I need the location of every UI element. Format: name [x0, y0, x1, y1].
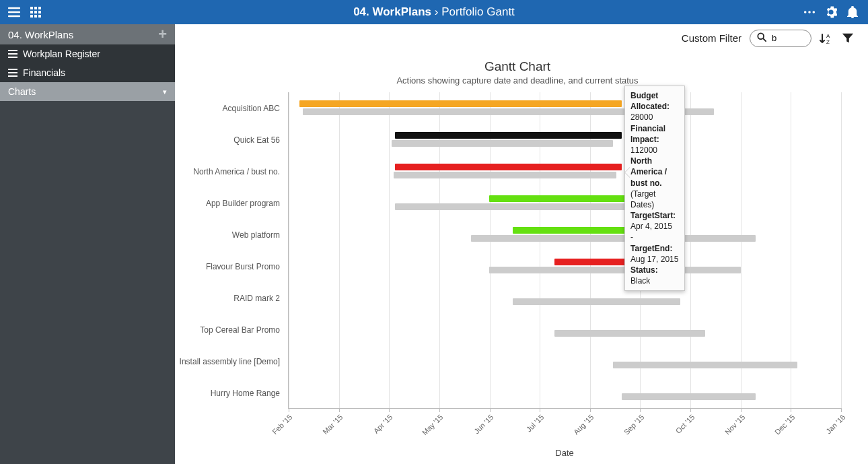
sidebar-item-financials[interactable]: Financials — [0, 63, 175, 82]
svg-text:A: A — [826, 33, 830, 39]
svg-line-13 — [764, 39, 766, 42]
tooltip-value: 28000 — [630, 112, 653, 122]
svg-rect-2 — [38, 7, 41, 9]
tooltip-value: Black — [630, 276, 650, 286]
search-input[interactable] — [770, 32, 804, 44]
gantt-target-bar[interactable] — [622, 393, 756, 400]
list-icon — [8, 50, 17, 58]
x-axis-label: Apr '15 — [372, 413, 394, 435]
x-axis-label: Nov '15 — [723, 413, 746, 436]
gantt-target-bar[interactable] — [554, 330, 705, 337]
sidebar: 04. WorkPlans + Workplan Register Financ… — [0, 24, 175, 464]
x-axis-label: Dec '15 — [773, 413, 797, 436]
svg-rect-1 — [34, 7, 37, 9]
add-icon[interactable]: + — [158, 26, 167, 43]
x-axis-title: Date — [288, 448, 841, 458]
bell-icon[interactable] — [846, 6, 859, 18]
sort-icon[interactable]: AZ — [820, 32, 833, 45]
breadcrumb-current: Portfolio Gantt — [441, 5, 515, 18]
sidebar-item-charts[interactable]: Charts ▾ — [0, 82, 175, 101]
chart-subtitle: Actions showing capture date and deadlin… — [180, 75, 855, 86]
gantt-target-bar[interactable] — [395, 203, 630, 210]
breadcrumb: 04. WorkPlans › Portfolio Gantt — [0, 5, 868, 19]
y-axis-label: Top Cereal Bar Promo — [179, 325, 280, 335]
x-axis-label: Sep '15 — [622, 413, 646, 436]
gantt-chart: Gantt Chart Actions showing capture date… — [175, 53, 868, 464]
x-axis-label: Aug '15 — [572, 413, 595, 436]
sidebar-header: 04. WorkPlans + — [0, 24, 175, 44]
svg-text:Z: Z — [826, 39, 830, 45]
x-axis-label: Jun '15 — [472, 413, 495, 435]
svg-rect-4 — [34, 11, 37, 13]
y-axis-label: RAID mark 2 — [179, 294, 280, 303]
filter-icon[interactable] — [841, 32, 855, 45]
gantt-target-bar[interactable] — [489, 267, 741, 273]
gantt-status-bar[interactable] — [489, 195, 630, 202]
sidebar-item-label: Workplan Register — [23, 48, 100, 59]
tooltip-value: Aug 17, 2015 — [630, 255, 678, 264]
list-icon — [8, 69, 17, 77]
search-icon — [757, 32, 766, 44]
tooltip-key: TargetStart: — [630, 211, 676, 220]
x-axis-label: Mar '15 — [321, 413, 344, 436]
tooltip-value: Apr 4, 2015 — [630, 222, 672, 231]
y-axis-label: App Builder program — [179, 199, 280, 208]
tooltip-series: North America / bust no. — [630, 156, 667, 187]
chart-title: Gantt Chart — [180, 59, 855, 74]
sidebar-title: 04. WorkPlans — [8, 29, 73, 40]
chart-tooltip: Budget Allocated: 28000 Financial Impact… — [624, 86, 685, 291]
more-icon[interactable] — [803, 6, 816, 18]
chevron-down-icon: ▾ — [163, 88, 167, 96]
svg-point-9 — [804, 11, 807, 13]
tooltip-sep: - — [630, 232, 633, 242]
gantt-status-bar[interactable] — [395, 164, 621, 170]
apps-grid-icon[interactable] — [30, 6, 42, 18]
gantt-target-bar[interactable] — [613, 362, 797, 368]
tooltip-key: Financial Impact: — [630, 124, 665, 144]
tooltip-key: Budget Allocated: — [630, 91, 670, 111]
sidebar-item-label: Charts — [8, 86, 36, 97]
y-axis-label: Web platform — [179, 230, 280, 240]
gantt-target-bar[interactable] — [394, 172, 616, 178]
tooltip-series-sub: (Target Dates) — [630, 189, 655, 209]
breadcrumb-separator: › — [435, 5, 441, 18]
svg-rect-0 — [30, 7, 33, 9]
gantt-status-bar[interactable] — [299, 100, 621, 107]
svg-rect-6 — [30, 15, 33, 18]
x-axis-label: Jan '16 — [824, 413, 846, 435]
search-box[interactable] — [750, 30, 811, 47]
hamburger-icon[interactable] — [8, 6, 20, 18]
svg-rect-5 — [38, 11, 41, 13]
x-axis-label: Jul '15 — [524, 413, 545, 434]
x-axis-label: Feb '15 — [270, 413, 293, 436]
y-axis-label: Flavour Burst Promo — [179, 262, 280, 271]
tooltip-value: 112000 — [630, 145, 657, 155]
sidebar-item-register[interactable]: Workplan Register — [0, 44, 175, 63]
x-axis-label: May '15 — [421, 413, 444, 436]
main-pane: Custom Filter AZ Gantt Chart Actions sho… — [175, 24, 868, 464]
gantt-status-bar[interactable] — [395, 132, 621, 139]
x-axis-label: Oct '15 — [674, 413, 696, 435]
y-axis-label: Acquisition ABC — [179, 104, 280, 113]
gantt-status-bar[interactable] — [554, 259, 630, 265]
gear-icon[interactable] — [825, 6, 837, 18]
y-axis-label: Install assembly line [Demo] — [179, 357, 280, 366]
tooltip-key: Status: — [630, 265, 658, 275]
app-topbar: 04. WorkPlans › Portfolio Gantt — [0, 0, 868, 24]
breadcrumb-root: 04. WorkPlans — [353, 5, 431, 18]
svg-point-10 — [808, 11, 811, 13]
y-axis-label: Quick Eat 56 — [179, 135, 280, 145]
svg-point-12 — [758, 33, 764, 39]
tooltip-key: TargetEnd: — [630, 244, 672, 253]
gantt-target-bar[interactable] — [513, 298, 680, 305]
custom-filter-label[interactable]: Custom Filter — [682, 32, 742, 44]
gantt-status-bar[interactable] — [513, 227, 630, 234]
sidebar-item-label: Financials — [23, 67, 65, 78]
y-axis-label: Hurry Home Range — [179, 389, 280, 398]
gantt-target-bar[interactable] — [471, 235, 756, 242]
svg-rect-8 — [38, 15, 41, 18]
gantt-target-bar[interactable] — [392, 140, 613, 147]
y-axis-label: North America / bust no. — [179, 167, 280, 176]
toolbar: Custom Filter AZ — [175, 24, 868, 53]
svg-rect-3 — [30, 11, 33, 13]
